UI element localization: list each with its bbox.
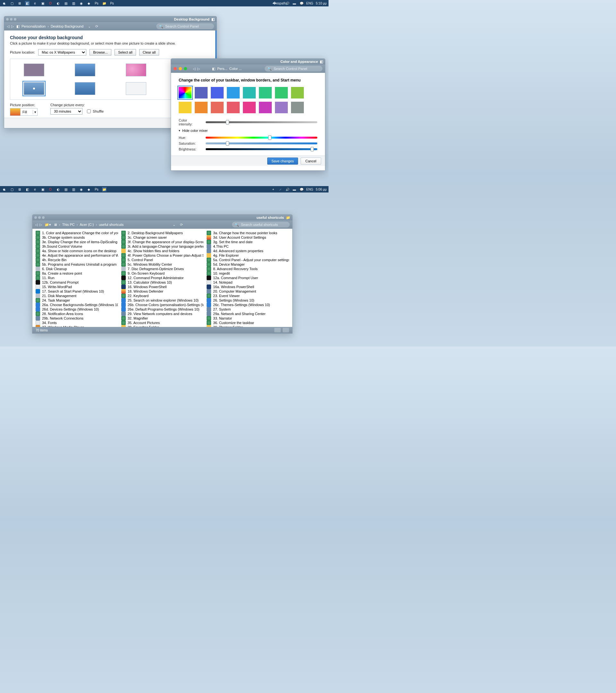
list-item[interactable]: 5d. Device Manager <box>206 262 289 266</box>
breadcrumb[interactable]: Pers... <box>217 67 227 71</box>
list-item[interactable]: 3c. Change screen saver <box>121 235 204 240</box>
location-select[interactable]: Mac os X Wallpapers <box>38 49 86 56</box>
wallpaper-thumb-selected[interactable] <box>24 82 44 95</box>
list-item[interactable]: 4c. Show hidden files and folders <box>121 249 204 253</box>
list-item[interactable]: 5b. Programs and Features Uninstall a pr… <box>36 262 118 266</box>
clear-all-button[interactable]: Clear all <box>139 49 159 56</box>
list-item[interactable]: 5. Control Panel <box>121 258 204 262</box>
list-item[interactable]: 4g. File Explorer <box>206 253 289 258</box>
forward-button[interactable]: ▷ <box>11 24 14 28</box>
language-indicator[interactable]: ENG <box>306 2 314 5</box>
cancel-button[interactable]: Cancel <box>301 158 321 164</box>
color-swatch[interactable] <box>227 87 240 99</box>
folder-dropdown[interactable]: 📁▾ <box>45 223 51 227</box>
list-item[interactable]: 8. Advanced Recovery Tools <box>206 266 289 271</box>
color-swatch[interactable] <box>291 102 304 113</box>
taskview-icon[interactable]: ▢ <box>9 1 14 5</box>
wallpaper-thumb[interactable] <box>126 63 146 76</box>
color-swatch[interactable] <box>259 102 272 113</box>
cp-icon[interactable]: ◧ <box>212 67 215 71</box>
edge-icon[interactable]: e <box>33 187 37 192</box>
list-item[interactable]: 29b. Network Connections <box>36 316 118 320</box>
search-box[interactable]: 🔍 <box>265 66 322 72</box>
volume-icon[interactable]: 🔊 <box>285 187 290 192</box>
list-item[interactable]: 35. Account Pictures <box>121 320 204 325</box>
search-input[interactable] <box>274 67 318 71</box>
list-item[interactable]: 26a. Choose Backgrounds-Settings (Window… <box>36 302 118 307</box>
list-item[interactable]: 4d. Advanced system properties <box>206 249 289 253</box>
list-item[interactable]: 3f. Change the appearance of your displa… <box>121 240 204 244</box>
app-icon[interactable]: ◐ <box>56 1 60 5</box>
search-input[interactable] <box>241 223 285 226</box>
app-icon[interactable]: ◆ <box>87 1 91 5</box>
dropdown-icon[interactable]: ⌄ <box>173 223 176 227</box>
list-item[interactable]: 26c. Themes-Settings (Windows 10) <box>206 302 289 307</box>
color-swatch[interactable] <box>291 87 304 99</box>
list-item[interactable]: 32. Magnifier <box>121 316 204 320</box>
list-item[interactable]: 24. Task Manager <box>36 298 118 302</box>
traffic-lights[interactable] <box>174 67 187 70</box>
app-icon[interactable]: ◉ <box>79 1 83 5</box>
view-icons-button[interactable] <box>283 328 289 332</box>
color-swatch[interactable] <box>179 87 192 99</box>
list-item[interactable]: 5c. Windows Mobility Center <box>121 262 204 266</box>
office-icon[interactable]: ▣ <box>40 187 45 192</box>
list-item[interactable]: 12. Command Prompt Administrator <box>121 276 204 280</box>
wallpaper-thumb[interactable] <box>75 82 95 95</box>
taskview-icon[interactable]: ▢ <box>9 187 14 192</box>
refresh-icon[interactable]: ⟳ <box>95 24 98 28</box>
list-item[interactable]: 4e. Adjust the appearance and performanc… <box>36 253 118 258</box>
search-input[interactable] <box>165 24 210 28</box>
list-item[interactable]: 4.This PC <box>206 244 289 249</box>
app-icon[interactable]: ▥ <box>71 1 76 5</box>
list-item[interactable]: 4h. Recycle Bin <box>36 258 118 262</box>
search-box[interactable]: 🔍 <box>232 222 290 227</box>
back-button[interactable]: ◁ <box>7 24 9 28</box>
list-item[interactable]: 21. Disk Management <box>36 294 118 298</box>
breadcrumb[interactable]: Personalization <box>21 24 45 28</box>
color-swatch[interactable] <box>275 87 288 99</box>
save-button[interactable]: Save changes <box>267 158 298 164</box>
list-item[interactable]: 33. Narrator <box>206 316 289 320</box>
volume-icon[interactable]: 🔊 <box>285 1 290 5</box>
app-icon[interactable]: ◆ <box>87 187 91 192</box>
forward-button[interactable]: ▷ <box>197 67 200 71</box>
interval-select[interactable]: 30 minutes <box>51 108 82 115</box>
shuffle-checkbox[interactable] <box>87 110 91 113</box>
apple-icon[interactable] <box>2 187 6 192</box>
battery-icon[interactable]: ▬ <box>292 1 297 5</box>
search-box[interactable]: 🔍 <box>156 23 214 29</box>
ps-icon[interactable]: Ps <box>110 1 114 5</box>
breadcrumb[interactable]: Color ... <box>230 67 242 71</box>
list-item[interactable]: 16. Windows PowerShell <box>121 284 204 289</box>
app-icon-highlighted[interactable]: ◧ <box>25 1 29 5</box>
color-swatch[interactable] <box>259 87 272 99</box>
list-item[interactable]: 25. Search on window explorer (Windows 1… <box>121 298 204 302</box>
breadcrumb[interactable]: Desktop Background <box>51 24 83 28</box>
titlebar[interactable]: Color and Appearance ◧ <box>171 59 325 64</box>
list-item[interactable]: 3h.Sound Control Volume <box>36 244 118 249</box>
wallpaper-thumb[interactable] <box>126 82 146 95</box>
chat-icon[interactable]: 💬 <box>299 187 304 192</box>
pc-icon[interactable]: 🖥 <box>54 223 57 226</box>
list-item[interactable]: 28. Notification Area Icons <box>36 312 118 316</box>
list-item[interactable]: 3b. Change system sounds <box>36 235 118 240</box>
office-icon[interactable]: ▣ <box>40 1 45 5</box>
monitor-icon[interactable]: 🖥 <box>17 1 22 5</box>
list-item[interactable]: 34. Fonts <box>36 320 118 325</box>
explorer-icon[interactable]: 📁 <box>102 1 106 5</box>
app-icon[interactable]: ◧ <box>25 187 29 192</box>
opera-icon[interactable]: O <box>48 187 53 192</box>
color-swatch[interactable] <box>275 102 288 113</box>
wallpaper-thumb[interactable] <box>24 63 44 76</box>
select-all-button[interactable]: Select all <box>115 49 136 56</box>
wifi-icon[interactable]: �español <box>278 1 283 5</box>
list-item[interactable]: 5a. Control Panel - Adjust your computer… <box>206 258 289 262</box>
list-item[interactable]: 17. Search at Start Panel (Windows 10) <box>36 289 118 294</box>
list-item[interactable]: 2. Desktop Background Wallpapers <box>121 231 204 235</box>
app-icon[interactable]: ◉ <box>79 187 83 192</box>
cp-icon[interactable]: ◧ <box>16 24 20 28</box>
list-item[interactable]: 3a. Change how the mouse pointer looks <box>206 231 289 235</box>
apple-icon[interactable] <box>2 1 6 5</box>
explorer-icon-highlighted[interactable]: 📁 <box>102 187 106 192</box>
